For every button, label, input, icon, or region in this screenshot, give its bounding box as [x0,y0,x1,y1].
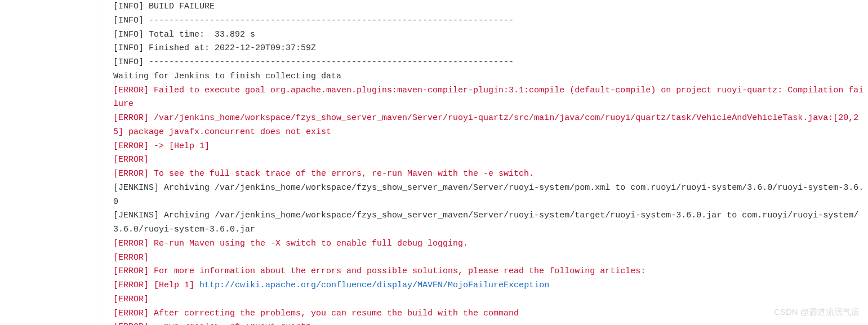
console-line: [ERROR] [113,153,868,167]
console-line: [INFO] Finished at: 2022-12-20T09:37:59Z [113,42,868,56]
console-line: [ERROR] [113,293,868,307]
console-output: [INFO] BUILD FAILURE[INFO] -------------… [96,0,868,325]
console-line: [ERROR] Failed to execute goal org.apach… [113,84,868,112]
console-line: [ERROR] /var/jenkins_home/workspace/fzys… [113,112,868,140]
console-line: [ERROR] mvn <goals> -rf :ruoyi-quartz [113,320,868,325]
console-line: [ERROR] -> [Help 1] [113,140,868,154]
console-line: [INFO] ---------------------------------… [113,14,868,28]
console-line: [ERROR] [113,251,868,265]
console-line: [ERROR] For more information about the e… [113,265,868,279]
error-prefix: [ERROR] [Help 1] [113,281,199,290]
console-line: [JENKINS] Archiving /var/jenkins_home/wo… [113,181,868,210]
console-line: [ERROR] Re-run Maven using the -X switch… [113,237,868,251]
console-line: Waiting for Jenkins to finish collecting… [113,70,868,84]
console-line: [INFO] Total time: 33.892 s [113,28,868,42]
console-line: [ERROR] After correcting the problems, y… [113,307,868,321]
console-line: [JENKINS] Archiving /var/jenkins_home/wo… [113,209,868,237]
console-line: [ERROR] [Help 1] http://cwiki.apache.org… [113,279,868,293]
console-line: [ERROR] To see the full stack trace of t… [113,167,868,181]
console-line: [INFO] ---------------------------------… [113,56,868,70]
help-link[interactable]: http://cwiki.apache.org/confluence/displ… [199,281,549,290]
console-line: [INFO] BUILD FAILURE [113,0,868,14]
